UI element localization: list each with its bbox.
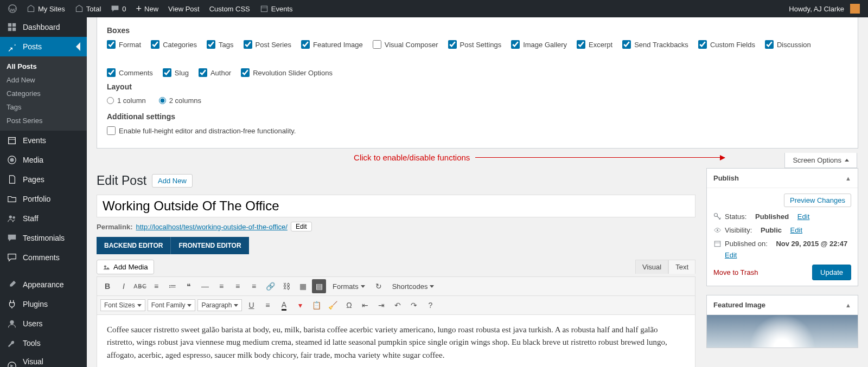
layout-1col-radio[interactable]: 1 column — [107, 96, 146, 105]
box-send-trackbacks-checkbox[interactable]: Send Trackbacks — [622, 40, 688, 49]
comments-link[interactable]: 0 — [106, 0, 131, 17]
undo-icon[interactable]: ↶ — [391, 298, 405, 312]
italic-icon[interactable]: I — [117, 279, 131, 293]
hr-icon[interactable]: — — [198, 279, 212, 293]
sidebar-item-portfolio[interactable]: Portfolio — [0, 189, 87, 209]
box-excerpt-checkbox[interactable]: Excerpt — [577, 40, 612, 49]
redo-icon[interactable]: ↷ — [407, 298, 421, 312]
ol-icon[interactable]: ≔ — [165, 279, 180, 293]
editor-content[interactable]: Coffee saucer ristretto sweet galão bari… — [97, 315, 695, 367]
box-format-checkbox[interactable]: Format — [107, 40, 141, 49]
box-visual-composer-checkbox[interactable]: Visual Composer — [373, 40, 438, 49]
box-discussion-checkbox[interactable]: Discussion — [765, 40, 811, 49]
site-link[interactable]: Total — [70, 0, 106, 17]
full-height-checkbox[interactable]: Enable full-height editor and distractio… — [107, 126, 296, 135]
preview-changes-button[interactable]: Preview Changes — [784, 194, 851, 207]
strike-icon[interactable]: AB̶C̶ — [133, 279, 147, 293]
publish-box-header[interactable]: Publish▲ — [707, 169, 858, 188]
permalink-edit-button[interactable]: Edit — [291, 222, 312, 231]
align-left-icon[interactable]: ≡ — [214, 279, 228, 293]
sidebar-item-dashboard[interactable]: Dashboard — [0, 17, 87, 37]
sidebar-sub-tags[interactable]: Tags — [0, 100, 87, 114]
backend-editor-button[interactable]: BACKEND EDITOR — [97, 237, 170, 254]
underline-icon[interactable]: U — [244, 298, 258, 312]
link-icon[interactable]: 🔗 — [263, 279, 277, 293]
sidebar-item-pages[interactable]: Pages — [0, 170, 87, 189]
sidebar-sub-categories[interactable]: Categories — [0, 87, 87, 100]
status-edit-link[interactable]: Edit — [797, 213, 809, 221]
visual-tab[interactable]: Visual — [635, 260, 668, 274]
featured-image-header[interactable]: Featured Image▲ — [707, 295, 858, 315]
bold-icon[interactable]: B — [100, 279, 114, 293]
post-title-input[interactable] — [97, 195, 695, 217]
box-post-series-checkbox[interactable]: Post Series — [244, 40, 291, 49]
sidebar-item-staff[interactable]: Staff — [0, 209, 87, 228]
box-tags-checkbox[interactable]: Tags — [207, 40, 233, 49]
special-char-icon[interactable]: Ω — [342, 298, 356, 312]
sidebar-item-tools[interactable]: Tools — [0, 333, 87, 353]
sidebar-sub-post-series[interactable]: Post Series — [0, 114, 87, 127]
add-new-button[interactable]: Add New — [152, 174, 193, 188]
add-media-button[interactable]: Add Media — [97, 260, 154, 274]
more-icon[interactable]: ▦ — [296, 279, 310, 293]
sidebar-item-comments[interactable]: Comments — [0, 248, 87, 267]
box-categories-checkbox[interactable]: Categories — [151, 40, 197, 49]
refresh-icon[interactable]: ↻ — [372, 279, 386, 293]
sidebar-item-appearance[interactable]: Appearance — [0, 275, 87, 294]
align-center-icon[interactable]: ≡ — [231, 279, 245, 293]
events-link[interactable]: Events — [255, 0, 298, 17]
sidebar-sub-add-new[interactable]: Add New — [0, 73, 87, 87]
sidebar-item-posts[interactable]: Posts — [0, 37, 87, 56]
color-swatch-icon[interactable]: ▾ — [293, 298, 307, 312]
my-sites-link[interactable]: My Sites — [22, 0, 70, 17]
toolbar-toggle-icon[interactable]: ▤ — [312, 279, 326, 293]
unlink-icon[interactable]: ⛓ — [279, 279, 293, 293]
box-slug-checkbox[interactable]: Slug — [163, 68, 189, 77]
outdent-icon[interactable]: ⇤ — [358, 298, 372, 312]
wp-logo[interactable] — [3, 0, 22, 17]
text-color-icon[interactable]: A — [277, 298, 291, 312]
layout-2col-radio[interactable]: 2 columns — [159, 96, 201, 105]
visibility-edit-link[interactable]: Edit — [790, 226, 802, 234]
sidebar-item-visual-composer[interactable]: Visual Composer — [0, 353, 87, 367]
help-icon[interactable]: ? — [423, 298, 437, 312]
box-featured-image-checkbox[interactable]: Featured Image — [301, 40, 363, 49]
svg-rect-4 — [12, 23, 16, 27]
box-author-checkbox[interactable]: Author — [199, 68, 231, 77]
quote-icon[interactable]: ❝ — [182, 279, 196, 293]
sidebar-item-testimonials[interactable]: Testimonials — [0, 228, 87, 248]
text-tab[interactable]: Text — [668, 260, 695, 274]
featured-image-preview[interactable] — [707, 315, 858, 347]
sidebar-item-users[interactable]: Users — [0, 314, 87, 333]
align-right-icon[interactable]: ≡ — [247, 279, 261, 293]
new-link[interactable]: +New — [131, 0, 164, 17]
ul-icon[interactable]: ≡ — [149, 279, 163, 293]
sidebar-item-plugins[interactable]: Plugins — [0, 294, 87, 314]
paste-text-icon[interactable]: 📋 — [309, 298, 323, 312]
screen-options-toggle[interactable]: Screen Options — [784, 153, 857, 168]
box-image-gallery-checkbox[interactable]: Image Gallery — [511, 40, 567, 49]
formats-dropdown[interactable]: Formats — [328, 282, 369, 291]
paragraph-dropdown[interactable]: Paragraph — [197, 299, 242, 311]
sidebar-sub-all-posts[interactable]: All Posts — [0, 60, 87, 73]
font-family-dropdown[interactable]: Font Family — [148, 299, 196, 311]
view-post-link[interactable]: View Post — [163, 0, 205, 17]
box-comments-checkbox[interactable]: Comments — [107, 68, 153, 77]
font-sizes-dropdown[interactable]: Font Sizes — [100, 299, 145, 311]
published-edit-link[interactable]: Edit — [725, 251, 851, 259]
move-to-trash-link[interactable]: Move to Trash — [713, 268, 758, 276]
box-post-settings-checkbox[interactable]: Post Settings — [448, 40, 502, 49]
frontend-editor-button[interactable]: FRONTEND EDITOR — [170, 237, 248, 254]
shortcodes-dropdown[interactable]: Shortcodes — [388, 282, 439, 291]
indent-icon[interactable]: ⇥ — [374, 298, 388, 312]
clear-format-icon[interactable]: 🧹 — [326, 298, 340, 312]
custom-css-link[interactable]: Custom CSS — [205, 0, 255, 17]
sidebar-item-media[interactable]: Media — [0, 150, 87, 170]
update-button[interactable]: Update — [812, 265, 851, 280]
box-revolution-slider-options-checkbox[interactable]: Revolution Slider Options — [241, 68, 333, 77]
justify-icon[interactable]: ≡ — [260, 298, 275, 312]
howdy-account[interactable]: Howdy, AJ Clarke — [784, 0, 865, 17]
permalink-url[interactable]: http://localhost/test/working-outside-of… — [136, 223, 287, 231]
box-custom-fields-checkbox[interactable]: Custom Fields — [698, 40, 755, 49]
sidebar-item-events[interactable]: Events — [0, 131, 87, 150]
